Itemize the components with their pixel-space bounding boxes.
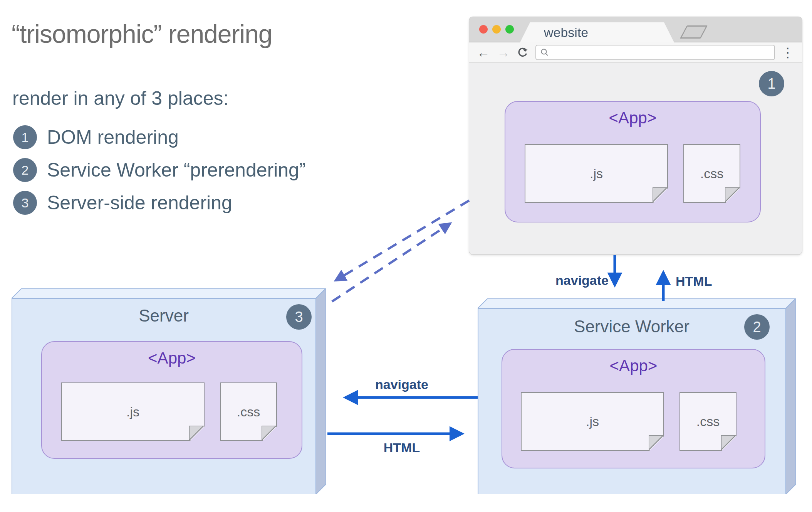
browser-js-file: .js: [525, 144, 668, 203]
list-item-server-side: 3 Server-side rendering: [13, 191, 232, 215]
page-fold-icon: [649, 435, 663, 450]
page-title: “trisomorphic” rendering: [12, 19, 272, 49]
service-worker-box: Service Worker 2 <App> .js .css: [478, 298, 796, 494]
js-file-label: .js: [590, 166, 603, 181]
page-fold-icon: [653, 187, 667, 202]
item-2-badge: 2: [13, 158, 37, 182]
server-box: Server 3 <App> .js .css: [12, 288, 326, 494]
browser-toolbar: ← → ⋮: [469, 42, 802, 63]
service-worker-app-label: <App>: [502, 357, 765, 375]
server-app-box: <App> .js .css: [41, 341, 302, 459]
item-2-label: Service Worker “prerendering”: [47, 159, 306, 181]
maximize-dot-icon[interactable]: [505, 25, 514, 34]
dashed-arrow-browser-to-server: [336, 200, 469, 280]
intro-subtitle: render in any of 3 places:: [12, 87, 228, 109]
list-item-dom: 1 DOM rendering: [13, 125, 179, 149]
item-1-badge: 1: [13, 125, 37, 149]
diagram-canvas: “trisomorphic” rendering render in any o…: [0, 0, 812, 512]
item-1-label: DOM rendering: [47, 126, 179, 148]
url-bar[interactable]: [535, 45, 775, 60]
back-icon[interactable]: ←: [477, 46, 490, 59]
list-item-service-worker: 2 Service Worker “prerendering”: [13, 158, 306, 182]
item-3-label: Server-side rendering: [47, 192, 232, 214]
browser-titlebar: website: [469, 17, 802, 42]
edge-label-html-right: HTML: [344, 440, 460, 455]
css-file-label: .css: [237, 404, 260, 419]
browser-app-label: <App>: [505, 109, 760, 127]
js-file-label: .js: [126, 404, 139, 419]
menu-dots-icon[interactable]: ⋮: [781, 46, 794, 59]
minimize-dot-icon[interactable]: [492, 25, 501, 34]
reload-icon[interactable]: [517, 47, 528, 58]
step-badge-1: 1: [759, 71, 784, 96]
forward-icon[interactable]: →: [497, 46, 510, 59]
service-worker-css-file: .css: [679, 392, 737, 451]
step-badge-2: 2: [744, 314, 770, 340]
css-file-label: .css: [696, 414, 720, 429]
close-dot-icon[interactable]: [479, 25, 488, 34]
server-title: Server: [12, 306, 316, 325]
browser-tab[interactable]: website: [520, 22, 674, 42]
browser-window: website ← → ⋮ 1: [469, 17, 802, 254]
js-file-label: .js: [586, 414, 599, 429]
tab-title: website: [544, 25, 588, 40]
browser-app-box: <App> .js .css: [505, 101, 761, 222]
item-3-badge: 3: [13, 191, 37, 215]
step-badge-3: 3: [286, 304, 312, 330]
server-js-file: .js: [61, 382, 205, 441]
dashed-arrow-server-to-browser: [332, 224, 450, 301]
service-worker-title: Service Worker: [478, 317, 786, 336]
css-file-label: .css: [700, 166, 723, 181]
service-worker-app-box: <App> .js .css: [502, 349, 765, 468]
new-tab-button[interactable]: [680, 25, 708, 39]
service-worker-js-file: .js: [521, 392, 664, 451]
server-app-label: <App>: [42, 349, 302, 367]
server-css-file: .css: [220, 382, 277, 441]
page-fold-icon: [725, 187, 740, 202]
browser-css-file: .css: [683, 144, 740, 203]
page-fold-icon: [262, 426, 276, 440]
search-icon: [540, 48, 549, 57]
edge-label-html-up: HTML: [676, 274, 712, 289]
browser-content: 1 <App> .js .css: [469, 63, 802, 254]
page-fold-icon: [189, 426, 204, 440]
edge-label-navigate-left: navigate: [344, 377, 460, 392]
edge-label-navigate-down: navigate: [537, 273, 609, 288]
page-fold-icon: [721, 435, 736, 450]
